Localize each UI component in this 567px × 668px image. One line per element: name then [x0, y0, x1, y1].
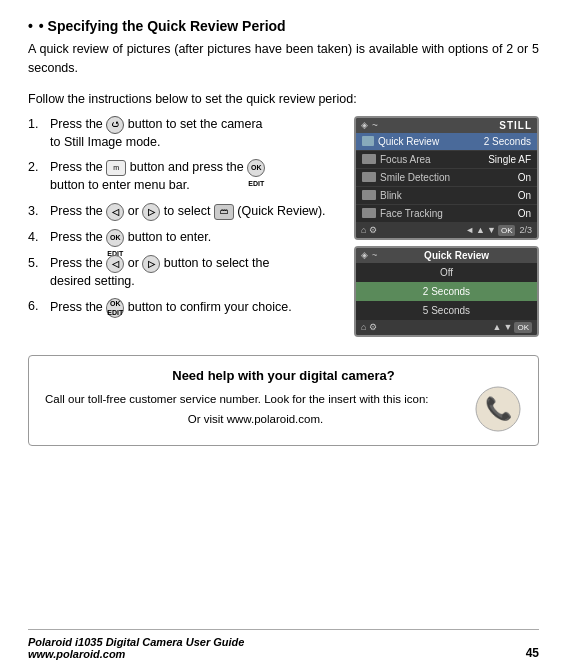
step-6-number: 6. [28, 298, 50, 318]
screen1-icons-left: ⌂ ⚙ [361, 225, 377, 235]
screen1-item1-value: 2 Seconds [484, 136, 531, 147]
screen2-settings-icon: ⚙ [369, 322, 377, 332]
screen2-up-nav: ▲ [493, 322, 502, 332]
ok-edit-icon-2: OKEDIT [247, 159, 265, 177]
title-text: • Specifying the Quick Review Period [39, 18, 286, 34]
page-container: • • Specifying the Quick Review Period A… [0, 0, 567, 668]
screen1-title: STILL [499, 120, 532, 131]
step-4-text: Press the OKEDIT button to enter. [50, 229, 344, 247]
screen1-ok-nav: OK [498, 225, 516, 236]
content-area: 1. Press the ⭯ button to set the camerat… [28, 116, 539, 337]
footer-guide-title: Polaroid i1035 Digital Camera User Guide [28, 636, 244, 648]
step-3-text: Press the ◁ or ▷ to select 🗃 (Quick Revi… [50, 203, 344, 221]
screen2-header: ◈ ~ Quick Review [356, 248, 537, 263]
screen1: ◈ ~ STILL Quick Review 2 Seconds Focus A… [354, 116, 539, 240]
screen1-camera-icon: ◈ [361, 120, 368, 130]
right-arrow-icon-3: ▷ [142, 203, 160, 221]
instructions-label: Follow the instructions below to set the… [28, 92, 539, 106]
screen2-item-off: Off [356, 263, 537, 282]
footer-page-number: 45 [526, 646, 539, 660]
screen2-ok-nav: OK [514, 322, 532, 333]
steps-column: 1. Press the ⭯ button to set the camerat… [28, 116, 344, 337]
screen2-icons-left: ⌂ ⚙ [361, 322, 377, 332]
right-arrow-icon-5: ▷ [142, 255, 160, 273]
screen1-up-nav: ▲ [476, 225, 485, 235]
screen1-item3-value: On [518, 172, 531, 183]
screen2-item-2sec: 2 Seconds [356, 282, 537, 301]
screen1-item5-value: On [518, 208, 531, 219]
screen2-camera-icon: ◈ [361, 250, 368, 260]
screen1-left-nav: ◄ [465, 225, 474, 235]
footer-website: www.polaroid.com [28, 648, 244, 660]
screen1-item-1: Quick Review 2 Seconds [356, 133, 537, 151]
section-title: • • Specifying the Quick Review Period [28, 18, 539, 34]
screen1-wave-icon: ~ [372, 120, 378, 131]
section-intro: A quick review of pictures (after pictur… [28, 40, 539, 78]
step-2-text: Press the m button and press the OKEDITb… [50, 159, 344, 195]
help-box-line2: Or visit www.polaroid.com. [45, 413, 522, 425]
screen1-page: 2/3 [519, 225, 532, 235]
screen1-home-icon: ⌂ [361, 225, 366, 235]
screen2-home-icon: ⌂ [361, 322, 366, 332]
step-2-number: 2. [28, 159, 50, 195]
step-5-text: Press the ◁ or ▷ button to select thedes… [50, 255, 344, 291]
step-6-text: Press the OKEDIT button to confirm your … [50, 298, 344, 318]
screen1-nav: ◄ ▲ ▼ OK 2/3 [465, 225, 532, 236]
screen1-down-nav: ▼ [487, 225, 496, 235]
screen1-item1-icon [362, 136, 374, 146]
screen1-item4-name: Blink [380, 190, 518, 201]
screen2-item-5sec: 5 Seconds [356, 301, 537, 320]
help-box-title: Need help with your digital camera? [45, 368, 522, 383]
left-arrow-icon-5: ◁ [106, 255, 124, 273]
screen2: ◈ ~ Quick Review Off 2 Seconds 5 Seconds… [354, 246, 539, 337]
screen1-item2-value: Single AF [488, 154, 531, 165]
step-1: 1. Press the ⭯ button to set the camerat… [28, 116, 344, 152]
screen1-item5-icon [362, 208, 376, 218]
screen1-item-5: Face Tracking On [356, 205, 537, 223]
screen1-item3-name: Smile Detection [380, 172, 518, 183]
step-5: 5. Press the ◁ or ▷ button to select the… [28, 255, 344, 291]
help-line1-text: Call our toll-free customer service numb… [45, 393, 429, 405]
page-footer: Polaroid i1035 Digital Camera User Guide… [28, 629, 539, 668]
menu-icon: m [106, 160, 126, 176]
svg-text:📞: 📞 [485, 395, 513, 422]
screen2-down-nav: ▼ [504, 322, 513, 332]
quick-review-select-icon: 🗃 [214, 204, 234, 220]
still-mode-icon: ⭯ [106, 116, 124, 134]
screen1-item3-icon [362, 172, 376, 182]
screen2-footer: ⌂ ⚙ ▲ ▼ OK [356, 320, 537, 335]
screen2-title: Quick Review [381, 250, 532, 261]
screen1-footer: ⌂ ⚙ ◄ ▲ ▼ OK 2/3 [356, 223, 537, 238]
step-5-number: 5. [28, 255, 50, 291]
screen1-item-3: Smile Detection On [356, 169, 537, 187]
step-1-text: Press the ⭯ button to set the camerato S… [50, 116, 344, 152]
screen1-item2-name: Focus Area [380, 154, 488, 165]
screen1-item1-name: Quick Review [378, 136, 484, 147]
screen1-item5-name: Face Tracking [380, 208, 518, 219]
step-2: 2. Press the m button and press the OKED… [28, 159, 344, 195]
screen1-item2-icon [362, 154, 376, 164]
phone-icon: 📞 [474, 385, 522, 433]
help-box-line1: Call our toll-free customer service numb… [45, 393, 522, 405]
screen2-nav: ▲ ▼ OK [493, 322, 532, 333]
step-4-number: 4. [28, 229, 50, 247]
screen1-item4-value: On [518, 190, 531, 201]
bullet: • [28, 18, 33, 34]
screen1-item-4: Blink On [356, 187, 537, 205]
step-4: 4. Press the OKEDIT button to enter. [28, 229, 344, 247]
step-3-number: 3. [28, 203, 50, 221]
screen1-item-2: Focus Area Single AF [356, 151, 537, 169]
footer-left: Polaroid i1035 Digital Camera User Guide… [28, 636, 244, 660]
screen2-wave-icon: ~ [372, 250, 377, 260]
ok-edit-icon-4: OKEDIT [106, 229, 124, 247]
step-3: 3. Press the ◁ or ▷ to select 🗃 (Quick R… [28, 203, 344, 221]
screens-column: ◈ ~ STILL Quick Review 2 Seconds Focus A… [354, 116, 539, 337]
screen1-header: ◈ ~ STILL [356, 118, 537, 133]
step-6: 6. Press the OKEDIT button to confirm yo… [28, 298, 344, 318]
step-1-number: 1. [28, 116, 50, 152]
screen1-item4-icon [362, 190, 376, 200]
ok-edit-icon-6: OKEDIT [106, 298, 124, 318]
left-arrow-icon-3: ◁ [106, 203, 124, 221]
screen1-settings-icon: ⚙ [369, 225, 377, 235]
help-box: Need help with your digital camera? Call… [28, 355, 539, 446]
